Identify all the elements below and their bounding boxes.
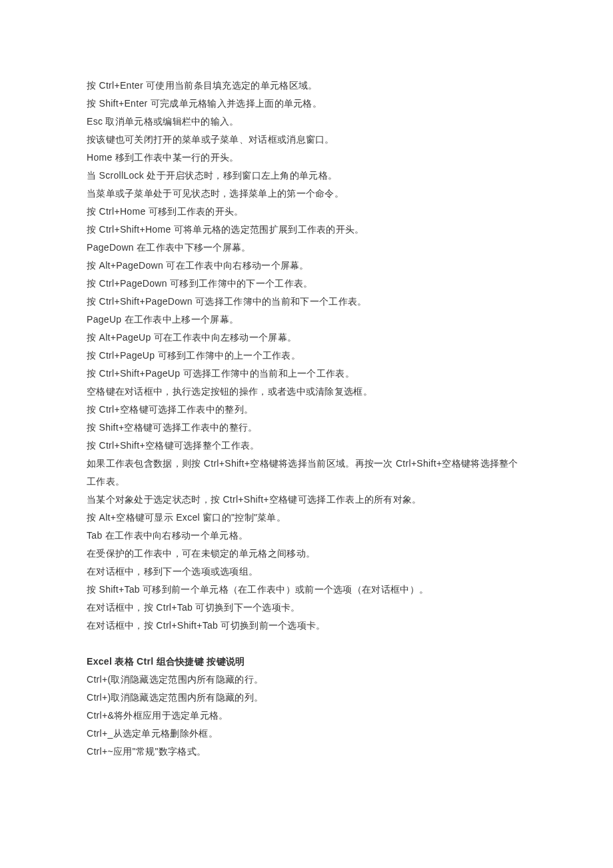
shortcut-line: 当 ScrollLock 处于开启状态时，移到窗口左上角的单元格。 [87,167,526,185]
shortcut-line: 按 Ctrl+Shift+PageDown 可选择工作簿中的当前和下一个工作表。 [87,293,526,311]
shortcut-line: Home 移到工作表中某一行的开头。 [87,149,526,167]
shortcut-line: 按 Ctrl+Enter 可使用当前条目填充选定的单元格区域。 [87,77,526,95]
shortcut-line: 按 Ctrl+Shift+空格键可选择整个工作表。 [87,437,526,455]
section-heading: Excel 表格 Ctrl 组合快捷键 按键说明 [87,653,526,671]
shortcut-line: Ctrl+)取消隐藏选定范围内所有隐藏的列。 [87,689,526,707]
shortcut-line: 空格键在对话框中，执行选定按钮的操作，或者选中或清除复选框。 [87,383,526,401]
shortcut-line: 按 Ctrl+Shift+PageUp 可选择工作簿中的当前和上一个工作表。 [87,365,526,383]
document-body: 按 Ctrl+Enter 可使用当前条目填充选定的单元格区域。按 Shift+E… [87,77,526,761]
shortcut-line: 按 Ctrl+空格键可选择工作表中的整列。 [87,401,526,419]
shortcut-line: Ctrl+&将外框应用于选定单元格。 [87,707,526,725]
shortcut-line: 在对话框中，移到下一个选项或选项组。 [87,563,526,581]
shortcut-line: 按 Shift+Enter 可完成单元格输入并选择上面的单元格。 [87,95,526,113]
shortcut-line: PageDown 在工作表中下移一个屏幕。 [87,239,526,257]
shortcut-line: 按 Alt+PageDown 可在工作表中向右移动一个屏幕。 [87,257,526,275]
shortcut-line: 按 Shift+空格键可选择工作表中的整行。 [87,419,526,437]
shortcut-line: 按 Ctrl+PageDown 可移到工作簿中的下一个工作表。 [87,275,526,293]
shortcut-line: 按 Alt+PageUp 可在工作表中向左移动一个屏幕。 [87,329,526,347]
shortcut-line: Esc 取消单元格或编辑栏中的输入。 [87,113,526,131]
shortcut-line: 在受保护的工作表中，可在未锁定的单元格之间移动。 [87,545,526,563]
shortcut-line: 按该键也可关闭打开的菜单或子菜单、对话框或消息窗口。 [87,131,526,149]
shortcut-line: 按 Ctrl+Shift+Home 可将单元格的选定范围扩展到工作表的开头。 [87,221,526,239]
shortcut-line: Ctrl+(取消隐藏选定范围内所有隐藏的行。 [87,671,526,689]
shortcut-section-2: Ctrl+(取消隐藏选定范围内所有隐藏的行。Ctrl+)取消隐藏选定范围内所有隐… [87,671,526,761]
shortcut-line: 当菜单或子菜单处于可见状态时，选择菜单上的第一个命令。 [87,185,526,203]
shortcut-line: 按 Ctrl+Home 可移到工作表的开头。 [87,203,526,221]
shortcut-line: PageUp 在工作表中上移一个屏幕。 [87,311,526,329]
shortcut-line: 按 Alt+空格键可显示 Excel 窗口的"控制"菜单。 [87,509,526,527]
shortcut-line: 当某个对象处于选定状态时，按 Ctrl+Shift+空格键可选择工作表上的所有对… [87,491,526,509]
shortcut-line: 在对话框中，按 Ctrl+Shift+Tab 可切换到前一个选项卡。 [87,617,526,635]
shortcut-line: 按 Shift+Tab 可移到前一个单元格（在工作表中）或前一个选项（在对话框中… [87,581,526,599]
shortcut-section-1: 按 Ctrl+Enter 可使用当前条目填充选定的单元格区域。按 Shift+E… [87,77,526,635]
shortcut-line: Ctrl+~应用"常规"数字格式。 [87,743,526,761]
shortcut-line: Tab 在工作表中向右移动一个单元格。 [87,527,526,545]
shortcut-line: 如果工作表包含数据，则按 Ctrl+Shift+空格键将选择当前区域。再按一次 … [87,455,526,491]
shortcut-line: 按 Ctrl+PageUp 可移到工作簿中的上一个工作表。 [87,347,526,365]
shortcut-line: 在对话框中，按 Ctrl+Tab 可切换到下一个选项卡。 [87,599,526,617]
shortcut-line: Ctrl+_从选定单元格删除外框。 [87,725,526,743]
